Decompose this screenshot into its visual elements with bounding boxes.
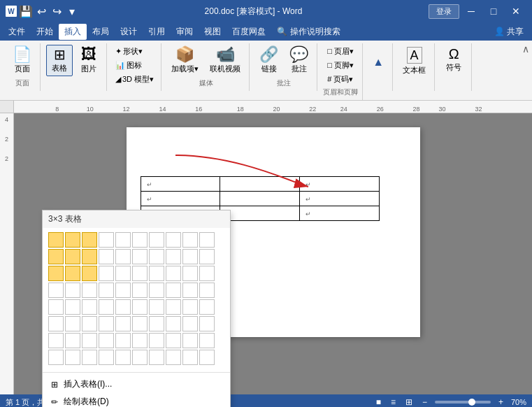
table-grid-cell[interactable]	[166, 316, 181, 331]
ribbon-btn-table[interactable]: ⊞ 表格	[46, 45, 73, 76]
table-grid-cell[interactable]	[65, 299, 80, 315]
table-grid-cell[interactable]	[99, 350, 114, 365]
table-grid-cell[interactable]	[149, 350, 164, 365]
table-grid-cell[interactable]	[82, 266, 97, 281]
table-grid-cell[interactable]	[99, 299, 114, 315]
table-grid-cell[interactable]	[82, 232, 97, 248]
table-grid-cell[interactable]	[65, 283, 80, 298]
ribbon-btn-pagenumber[interactable]: # 页码▾	[324, 73, 357, 86]
table-grid-cell[interactable]	[115, 249, 131, 264]
view-btn-web[interactable]: ≡	[389, 397, 398, 407]
table-grid-cell[interactable]	[115, 333, 131, 348]
ribbon-btn-page[interactable]: 📄 页面	[8, 45, 36, 76]
customize-button[interactable]: ▾	[66, 3, 78, 20]
table-grid-cell[interactable]	[65, 333, 80, 348]
table-grid-cell[interactable]	[149, 283, 164, 298]
table-grid-cell[interactable]	[48, 232, 64, 248]
table-grid-cell[interactable]	[199, 266, 215, 281]
maximize-button[interactable]: □	[483, 0, 504, 22]
table-grid-cell[interactable]	[199, 316, 215, 331]
table-grid-cell[interactable]	[132, 249, 148, 264]
table-grid-cell[interactable]	[132, 299, 148, 315]
table-grid-cell[interactable]	[182, 266, 198, 281]
table-grid-cell[interactable]	[99, 266, 114, 281]
table-grid-cell[interactable]	[99, 232, 114, 248]
dropdown-item-draw-table[interactable]: ✏ 绘制表格(D)	[43, 393, 230, 407]
ribbon-btn-online-video[interactable]: 📹 联机视频	[206, 45, 245, 76]
menu-review[interactable]: 审阅	[171, 24, 199, 40]
table-grid-cell[interactable]	[182, 283, 198, 298]
ribbon-btn-picture[interactable]: 🖼 图片	[76, 45, 102, 76]
minimize-button[interactable]: ─	[461, 0, 482, 22]
table-grid-cell[interactable]	[82, 299, 97, 315]
menu-search[interactable]: 🔍 操作说明搜索	[271, 24, 346, 40]
ribbon-btn-textbox[interactable]: A 文本框	[398, 45, 430, 78]
table-grid-cell[interactable]	[199, 283, 215, 298]
ribbon-btn-symbol[interactable]: Ω 符号	[440, 45, 467, 75]
table-grid-cell[interactable]	[82, 249, 97, 264]
table-grid-cell[interactable]	[48, 249, 64, 264]
table-grid-cell[interactable]	[182, 232, 198, 248]
table-grid-cell[interactable]	[115, 266, 131, 281]
table-grid-cell[interactable]	[132, 316, 148, 331]
login-button[interactable]: 登录	[429, 4, 459, 19]
ribbon-btn-shapes[interactable]: ✦ 形状▾	[113, 45, 157, 58]
table-grid-cell[interactable]	[199, 299, 215, 315]
table-grid-cell[interactable]	[149, 333, 164, 348]
table-grid-cell[interactable]	[48, 299, 64, 315]
table-grid-cell[interactable]	[115, 283, 131, 298]
ribbon-btn-link[interactable]: 🔗 链接	[255, 45, 282, 76]
table-grid-cell[interactable]	[199, 232, 215, 248]
table-grid-cell[interactable]	[82, 350, 97, 365]
table-grid-cell[interactable]	[48, 333, 64, 348]
table-grid-cell[interactable]	[182, 350, 198, 365]
table-grid-cell[interactable]	[132, 232, 148, 248]
menu-share[interactable]: 👤 共享	[489, 24, 529, 40]
table-grid-cell[interactable]	[65, 266, 80, 281]
menu-layout[interactable]: 布局	[87, 24, 115, 40]
redo-button[interactable]: ↪	[50, 3, 63, 20]
table-grid-cell[interactable]	[82, 316, 97, 331]
ribbon-btn-icons[interactable]: 📊 图标	[113, 59, 157, 72]
menu-view[interactable]: 视图	[199, 24, 227, 40]
menu-home[interactable]: 开始	[31, 24, 59, 40]
menu-file[interactable]: 文件	[3, 24, 31, 40]
table-grid-cell[interactable]	[182, 316, 198, 331]
table-grid-cell[interactable]	[48, 283, 64, 298]
table-grid-cell[interactable]	[99, 316, 114, 331]
table-grid-cell[interactable]	[132, 283, 148, 298]
zoom-plus-btn[interactable]: +	[496, 397, 505, 407]
table-grid-cell[interactable]	[166, 350, 181, 365]
table-grid-cell[interactable]	[199, 333, 215, 348]
menu-baidu[interactable]: 百度网盘	[227, 24, 271, 40]
table-grid-cell[interactable]	[48, 350, 64, 365]
table-grid-cell[interactable]	[115, 350, 131, 365]
dropdown-item-insert-table[interactable]: ⊞ 插入表格(I)...	[43, 376, 230, 393]
table-grid-cell[interactable]	[149, 299, 164, 315]
table-grid-cell[interactable]	[65, 316, 80, 331]
table-grid-cell[interactable]	[132, 266, 148, 281]
table-grid[interactable]	[48, 232, 224, 365]
table-grid-cell[interactable]	[132, 350, 148, 365]
table-grid-cell[interactable]	[48, 316, 64, 331]
table-grid-cell[interactable]	[65, 350, 80, 365]
ribbon-collapse-button[interactable]: ∧	[522, 43, 529, 55]
save-button[interactable]: 💾	[20, 3, 32, 20]
table-grid-cell[interactable]	[166, 249, 181, 264]
table-grid-cell[interactable]	[149, 232, 164, 248]
ribbon-btn-header[interactable]: □ 页眉▾	[324, 45, 357, 58]
menu-design[interactable]: 设计	[115, 24, 143, 40]
menu-references[interactable]: 引用	[143, 24, 171, 40]
zoom-slider[interactable]	[435, 401, 491, 404]
ribbon-btn-footer[interactable]: □ 页脚▾	[324, 59, 357, 72]
table-grid-cell[interactable]	[149, 266, 164, 281]
menu-insert[interactable]: 插入	[59, 24, 87, 40]
table-grid-cell[interactable]	[199, 249, 215, 264]
view-btn-outline[interactable]: ⊞	[403, 397, 415, 407]
table-grid-cell[interactable]	[99, 249, 114, 264]
table-grid-cell[interactable]	[82, 333, 97, 348]
table-grid-cell[interactable]	[48, 266, 64, 281]
ribbon-btn-addins[interactable]: 📦 加载项▾	[167, 45, 203, 76]
table-grid-cell[interactable]	[82, 283, 97, 298]
undo-button[interactable]: ↩	[35, 3, 48, 20]
